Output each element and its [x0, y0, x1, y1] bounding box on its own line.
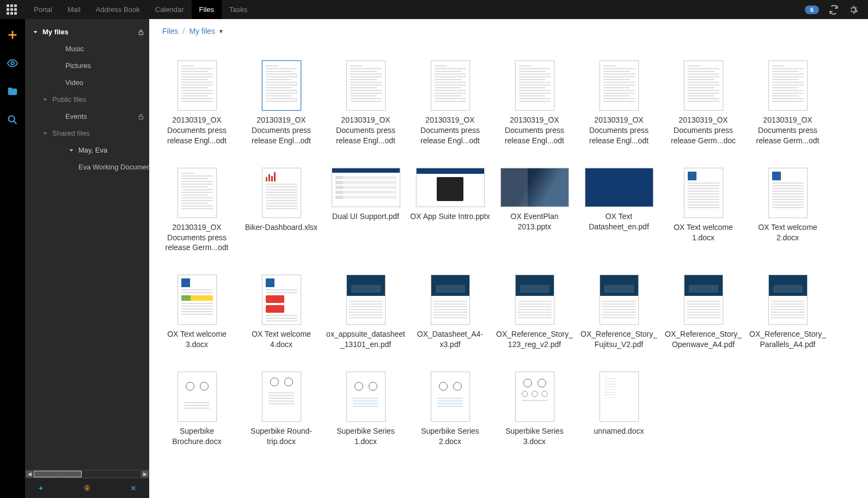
- breadcrumb-root[interactable]: Files: [162, 27, 179, 35]
- file-grid: 20130319_OX Documents press release Engl…: [149, 39, 868, 479]
- svg-rect-2: [139, 32, 143, 34]
- file-item[interactable]: OX Text Datasheet_en.pdf: [577, 168, 661, 253]
- file-thumbnail: [515, 372, 554, 422]
- file-name: Superbike Series 2.docx: [408, 426, 492, 447]
- file-thumbnail: [262, 275, 301, 325]
- file-item[interactable]: 20130319_OX Documents press release Engl…: [239, 60, 323, 146]
- breadcrumb-caret-icon[interactable]: ▼: [218, 28, 224, 34]
- tree-item[interactable]: Events: [25, 108, 149, 125]
- file-item[interactable]: OX Text welcome 2.docx: [745, 168, 830, 253]
- file-thumbnail: [600, 275, 639, 325]
- file-item[interactable]: 20130319_OX Documents press release Engl…: [408, 60, 492, 146]
- file-item[interactable]: Superbike Series 3.docx: [492, 372, 577, 447]
- file-item[interactable]: Biker-Dashboard.xlsx: [239, 168, 323, 253]
- file-thumbnail: [684, 60, 723, 111]
- file-thumbnail: [600, 60, 639, 111]
- file-thumbnail: [684, 168, 723, 218]
- nav-portal[interactable]: Portal: [26, 0, 60, 19]
- file-name: OX_Reference_Story_123_reg_v2.pdf: [492, 329, 577, 350]
- file-thumbnail: [600, 372, 639, 422]
- file-name: Superbike Brochure.docx: [155, 426, 239, 447]
- close-sidebar-icon[interactable]: [130, 484, 137, 492]
- sidebar: My filesMusicPicturesVideoPublic filesEv…: [25, 19, 149, 498]
- folder-icon[interactable]: [7, 86, 19, 98]
- file-thumbnail: [585, 168, 653, 207]
- file-item[interactable]: OX_Reference_Story_123_reg_v2.pdf: [492, 275, 577, 350]
- eye-icon[interactable]: [7, 57, 19, 69]
- svg-point-1: [9, 116, 15, 122]
- search-icon[interactable]: [7, 114, 19, 126]
- file-item[interactable]: 20130319_OX Documents press release Engl…: [492, 60, 577, 146]
- file-item[interactable]: 20130319_OX Documents press release Engl…: [577, 60, 661, 146]
- tree-label: Music: [65, 45, 145, 53]
- plus-icon[interactable]: [7, 29, 19, 41]
- gear-icon[interactable]: [848, 5, 858, 15]
- tree-item[interactable]: May, Eva: [25, 142, 149, 159]
- file-item[interactable]: OX App Suite Intro.pptx: [408, 168, 492, 253]
- file-item[interactable]: OX Text welcome 1.docx: [661, 168, 745, 253]
- file-item[interactable]: 20130319_OX Documents press release Engl…: [155, 60, 239, 146]
- add-folder-icon[interactable]: [37, 484, 45, 492]
- file-item[interactable]: 20130319_OX Documents press release Germ…: [155, 168, 239, 253]
- file-item[interactable]: Dual UI Support.pdf: [323, 168, 408, 253]
- tree-item[interactable]: Shared files: [25, 125, 149, 142]
- breadcrumb-current[interactable]: My files: [189, 27, 215, 35]
- top-nav: PortalMailAddress BookCalendarFilesTasks: [26, 0, 255, 19]
- file-item[interactable]: ox_appsuite_datasheet_13101_en.pdf: [323, 275, 408, 350]
- left-icon-bar: [0, 19, 25, 498]
- nav-tasks[interactable]: Tasks: [222, 0, 255, 19]
- file-thumbnail: [416, 168, 485, 207]
- file-item[interactable]: OX Text welcome 3.docx: [155, 275, 239, 350]
- tree-item[interactable]: Music: [25, 40, 149, 57]
- topbar: PortalMailAddress BookCalendarFilesTasks…: [0, 0, 868, 19]
- breadcrumb: Files / My files ▼: [149, 19, 868, 39]
- nav-files[interactable]: Files: [192, 0, 222, 19]
- tree-item[interactable]: My files: [25, 23, 149, 40]
- tree-item[interactable]: Public files: [25, 91, 149, 108]
- main-content: Files / My files ▼ 20130319_OX Documents…: [149, 19, 868, 498]
- file-item[interactable]: Superbike Series 2.docx: [408, 372, 492, 447]
- file-name: 20130319_OX Documents press release Engl…: [323, 115, 408, 146]
- file-item[interactable]: OX EventPlan 2013.pptx: [492, 168, 577, 253]
- file-thumbnail: [515, 60, 554, 111]
- file-thumbnail: [346, 275, 386, 325]
- file-thumbnail: [332, 168, 400, 207]
- file-name: Superbike Series 3.docx: [492, 426, 577, 447]
- file-item[interactable]: 20130319_OX Documents press release Germ…: [661, 60, 745, 146]
- file-item[interactable]: OX_Datasheet_A4-x3.pdf: [408, 275, 492, 350]
- file-item[interactable]: 20130319_OX Documents press release Germ…: [745, 60, 830, 146]
- file-thumbnail: [768, 60, 808, 111]
- file-item[interactable]: Superbike Round-trip.docx: [239, 372, 323, 447]
- folder-settings-icon[interactable]: [83, 484, 91, 492]
- file-thumbnail: [178, 168, 217, 218]
- file-item[interactable]: unnamed.docx: [577, 372, 661, 447]
- tree-item[interactable]: Video: [25, 74, 149, 91]
- nav-calendar[interactable]: Calendar: [148, 0, 192, 19]
- file-name: unnamed.docx: [592, 426, 646, 436]
- refresh-icon[interactable]: [829, 5, 839, 15]
- tree-item[interactable]: Eva Working Documents: [25, 159, 149, 175]
- nav-address-book[interactable]: Address Book: [88, 0, 148, 19]
- file-thumbnail: [262, 60, 301, 111]
- sidebar-scrollbar[interactable]: ◀ ··· ▶: [25, 470, 149, 478]
- tree-item[interactable]: Pictures: [25, 57, 149, 74]
- file-item[interactable]: Superbike Brochure.docx: [155, 372, 239, 447]
- file-item[interactable]: Superbike Series 1.docx: [323, 372, 408, 447]
- file-item[interactable]: OX_Reference_Story_Openwave_A4.pdf: [661, 275, 745, 350]
- file-item[interactable]: OX Text welcome 4.docx: [239, 275, 323, 350]
- file-name: Dual UI Support.pdf: [330, 211, 401, 222]
- file-thumbnail: [178, 372, 217, 422]
- file-name: 20130319_OX Documents press release Germ…: [155, 222, 239, 253]
- notification-badge[interactable]: 6: [805, 5, 819, 14]
- file-item[interactable]: OX_Reference_Story_Parallels_A4.pdf: [745, 275, 830, 350]
- file-item[interactable]: OX_Reference_Story_Fujitsu_V2.pdf: [577, 275, 661, 350]
- file-thumbnail: [431, 372, 470, 422]
- file-name: 20130319_OX Documents press release Engl…: [408, 115, 492, 146]
- file-name: Biker-Dashboard.xlsx: [243, 222, 320, 233]
- file-thumbnail: [262, 168, 301, 218]
- file-name: OX Text Datasheet_en.pdf: [577, 211, 661, 232]
- tree-label: Shared files: [52, 129, 145, 137]
- apps-launcher-icon[interactable]: [7, 4, 17, 15]
- file-item[interactable]: 20130319_OX Documents press release Engl…: [323, 60, 408, 146]
- nav-mail[interactable]: Mail: [60, 0, 88, 19]
